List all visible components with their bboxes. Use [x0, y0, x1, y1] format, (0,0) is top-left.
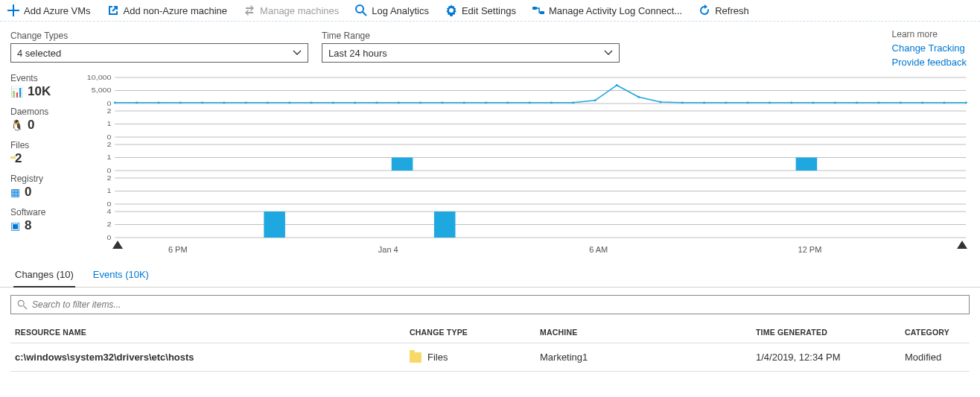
x-axis: 6 PMJan 46 AM12 PM	[0, 241, 980, 261]
plus-icon	[7, 4, 19, 16]
chart-strip-files: 012	[81, 140, 970, 174]
refresh-button[interactable]: Refresh	[699, 4, 749, 16]
toolbar-label: Manage machines	[260, 5, 339, 16]
x-tick: 6 AM	[589, 245, 608, 254]
events-icon: 📊	[10, 86, 23, 98]
svg-point-25	[463, 101, 465, 104]
chart-strip-software: 024	[81, 207, 970, 241]
svg-text:0: 0	[107, 167, 112, 174]
learn-more-title: Learn more	[892, 29, 967, 39]
svg-point-28	[528, 101, 530, 104]
col-resource[interactable]: RESOURCE NAME	[15, 328, 410, 337]
charts-column: 05,00010,000012012012024	[81, 73, 970, 241]
svg-point-39	[769, 101, 771, 104]
svg-point-29	[550, 101, 553, 104]
events-metric-value: 10K	[28, 84, 51, 99]
range-handle-left[interactable]	[112, 241, 123, 249]
svg-text:2: 2	[107, 174, 112, 182]
range-handle-right[interactable]	[957, 241, 967, 249]
edit-settings-button[interactable]: Edit Settings	[445, 4, 516, 16]
svg-text:1: 1	[107, 120, 112, 127]
add-non-azure-button[interactable]: Add non-Azure machine	[107, 4, 227, 16]
x-tick: Jan 4	[378, 245, 398, 254]
svg-point-18	[310, 101, 312, 104]
col-time[interactable]: TIME GENERATED	[756, 328, 905, 337]
controls-row: Change Types 4 selected Time Range Last …	[0, 22, 980, 66]
svg-point-46	[921, 101, 923, 104]
refresh-icon	[699, 4, 710, 16]
metrics-area: Events 📊 10K Daemons 🐧 0 Files 2 Registr…	[0, 66, 980, 241]
tab-events[interactable]: Events (10K)	[92, 264, 150, 287]
table-row[interactable]: c:\windows\system32\drivers\etc\hosts Fi…	[10, 343, 970, 372]
svg-point-38	[747, 101, 749, 104]
svg-point-35	[681, 101, 684, 104]
log-analytics-button[interactable]: Log Analytics	[355, 4, 429, 16]
svg-point-0	[356, 5, 363, 13]
svg-point-42	[834, 101, 836, 104]
svg-point-24	[441, 101, 443, 104]
col-category[interactable]: CATEGORY	[905, 328, 965, 337]
chart-strip-events: 05,00010,000	[81, 73, 970, 107]
toolbar: Add Azure VMs Add non-Azure machine Mana…	[0, 0, 980, 22]
time-range-label: Time Range	[322, 31, 620, 41]
daemons-metric-value: 0	[28, 118, 34, 133]
software-metric-name: Software	[10, 207, 81, 217]
svg-point-40	[790, 101, 792, 104]
cell-machine: Marketing1	[540, 352, 756, 363]
svg-point-16	[267, 101, 269, 104]
svg-rect-61	[392, 158, 413, 171]
add-azure-vms-button[interactable]: Add Azure VMs	[7, 4, 91, 16]
cell-time: 1/4/2019, 12:34 PM	[756, 352, 905, 363]
svg-text:5,000: 5,000	[92, 86, 112, 94]
swap-icon	[244, 4, 255, 16]
svg-text:0: 0	[107, 100, 112, 107]
registry-metric-value: 0	[25, 185, 31, 200]
svg-text:0: 0	[107, 234, 112, 241]
svg-point-32	[616, 84, 618, 86]
svg-point-47	[943, 101, 945, 104]
change-tracking-link[interactable]: Change Tracking	[892, 42, 967, 54]
folder-icon	[410, 352, 421, 363]
svg-text:4: 4	[107, 208, 112, 215]
toolbar-label: Add Azure VMs	[24, 5, 91, 16]
svg-point-36	[703, 101, 705, 104]
x-tick: 12 PM	[798, 245, 822, 254]
col-change-type[interactable]: CHANGE TYPE	[410, 328, 540, 337]
manage-activity-button[interactable]: Manage Activity Log Connect...	[532, 4, 682, 16]
provide-feedback-link[interactable]: Provide feedback	[892, 57, 967, 68]
search-input[interactable]	[32, 299, 963, 310]
svg-point-22	[398, 101, 400, 104]
svg-text:2: 2	[107, 107, 112, 115]
svg-rect-62	[796, 158, 818, 171]
tabs: Changes (10) Events (10K)	[0, 263, 980, 288]
time-range-select[interactable]: Last 24 hours	[322, 43, 620, 63]
svg-point-10	[136, 101, 138, 104]
gear-icon	[445, 4, 457, 16]
external-icon	[107, 4, 119, 16]
svg-point-43	[856, 101, 858, 104]
svg-point-9	[114, 101, 116, 104]
files-metric-value: 2	[15, 151, 22, 166]
change-types-label: Change Types	[10, 31, 308, 41]
tab-changes[interactable]: Changes (10)	[13, 264, 75, 288]
toolbar-label: Manage Activity Log Connect...	[549, 5, 682, 16]
svg-text:2: 2	[107, 141, 112, 148]
cell-resource: c:\windows\system32\drivers\etc\hosts	[15, 352, 410, 363]
col-machine[interactable]: MACHINE	[540, 328, 756, 337]
registry-icon: ▦	[10, 186, 20, 198]
svg-point-37	[725, 101, 727, 104]
svg-point-17	[288, 101, 290, 104]
svg-point-33	[637, 96, 640, 98]
svg-text:0: 0	[107, 133, 112, 140]
change-types-select[interactable]: 4 selected	[10, 43, 308, 63]
svg-point-48	[965, 101, 967, 104]
toolbar-label: Refresh	[715, 5, 749, 16]
svg-point-30	[572, 101, 574, 104]
chevron-down-icon	[604, 48, 613, 57]
toolbar-label: Edit Settings	[462, 5, 516, 16]
search-box[interactable]	[10, 295, 970, 314]
search-icon	[355, 4, 367, 16]
svg-point-23	[419, 101, 421, 104]
svg-point-14	[223, 101, 225, 104]
manage-machines-button: Manage machines	[244, 4, 339, 16]
